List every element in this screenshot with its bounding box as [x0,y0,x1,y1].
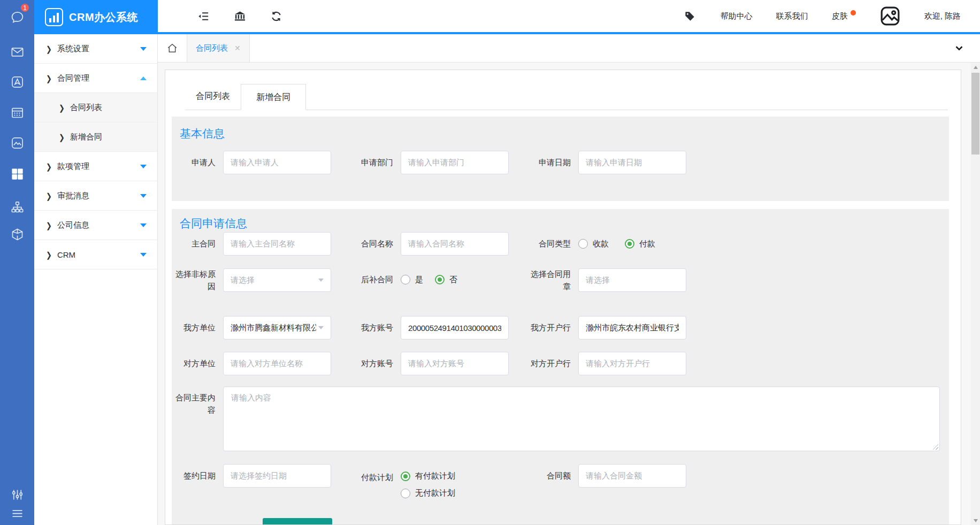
sidebar-item-payment-management[interactable]: ❯ 款项管理 [34,152,157,181]
open-tab-contract-list[interactable]: 合同列表 ✕ [187,34,250,62]
chevron-right-icon: ❯ [46,191,52,200]
icon-rail: 1 [0,0,34,525]
sidebar-item-company-info[interactable]: ❯ 公司信息 [34,211,157,240]
calendar-icon[interactable] [0,102,34,123]
menu-icon[interactable] [0,503,34,524]
radio-no[interactable]: 否 [435,275,457,285]
dept-input[interactable]: 请输入申请部门 [401,151,509,174]
apps-grid-icon[interactable] [0,163,34,184]
open-tab-label: 合同列表 [196,43,228,53]
other-unit-input[interactable]: 请输入对方单位名称 [223,352,331,375]
collapse-menu-icon[interactable] [196,9,210,23]
field-label: 合同主要内容 [172,387,216,416]
radio-receive-payment[interactable]: 收款 [578,239,609,249]
our-unit-select[interactable]: 滁州市腾鑫新材料有限公司 [223,316,331,339]
contact-us-link[interactable]: 联系我们 [776,11,808,21]
placeholder-text: 请输入申请日期 [586,158,679,168]
placeholder-text: 请输入对方开户行 [586,359,679,369]
radio-off-icon [578,239,588,249]
radio-has-payment-plan[interactable]: 有付款计划 [401,471,455,481]
placeholder-text: 请选择 [231,275,316,285]
help-center-link[interactable]: 帮助中心 [721,11,753,21]
sidebar-item-contract-management[interactable]: ❯ 合同管理 [34,64,157,93]
tab-contract-list[interactable]: 合同列表 [185,83,241,110]
other-account-input[interactable]: 请输入对方账号 [401,352,509,375]
sidebar-item-label: 公司信息 [57,220,140,230]
radio-yes[interactable]: 是 [401,275,423,285]
tag-icon[interactable] [683,9,697,23]
chevron-down-icon[interactable] [953,42,965,54]
scroll-up-arrow[interactable] [971,63,980,72]
main-content: 合同列表 新增合同 基本信息 申请人 请输入申请人 申请部门 请输入申请部门 申… [158,63,980,525]
sidebar-item-contract-list[interactable]: ❯ 合同列表 [34,93,157,122]
field-applicant: 申请人 请输入申请人 [172,151,331,174]
home-icon[interactable] [158,34,187,62]
field-contract-content: 合同主要内容 请输入内容 [172,387,940,451]
close-icon[interactable]: ✕ [234,44,241,52]
field-value: 滁州市腾鑫新材料有限公司 [231,323,316,333]
sidebar-item-system-settings[interactable]: ❯ 系统设置 [34,34,157,64]
radio-no-payment-plan[interactable]: 无付款计划 [401,488,455,498]
scroll-down-arrow[interactable] [971,516,980,525]
tab-new-contract[interactable]: 新增合同 [241,84,306,110]
amount-input[interactable]: 请输入合同金额 [578,464,686,488]
refresh-icon[interactable] [269,9,283,23]
field-label: 主合同 [172,237,216,250]
applicant-input[interactable]: 请输入申请人 [223,151,331,174]
placeholder-text: 请输入主合同名称 [231,239,324,249]
contract-seal-input[interactable]: 请选择 [578,268,686,292]
sidebar-item-crm[interactable]: ❯ CRM [34,240,157,269]
contract-content-textarea[interactable]: 请输入内容 [223,387,940,451]
nonstandard-reason-select[interactable]: 请选择 [223,268,331,292]
card-tabs: 合同列表 新增合同 [185,83,948,110]
placeholder-text: 请输入申请人 [231,158,324,168]
skin-label: 皮肤 [832,11,848,21]
field-supplement-contract: 后补合同 是 否 [349,268,457,291]
scrollbar-thumb[interactable] [971,73,979,155]
radio-on-icon [401,472,410,481]
submit-button-peek[interactable] [263,518,332,525]
sidebar-item-approval-messages[interactable]: ❯ 审批消息 [34,181,157,211]
field-label: 后补合同 [349,273,393,285]
sign-date-input[interactable]: 请选择签约日期 [223,464,331,488]
avatar-image-icon[interactable] [879,5,901,27]
our-bank-input[interactable]: 滁州市皖东农村商业银行支行 [578,316,686,339]
field-nonstandard-reason: 选择非标原因 请选择 [172,268,331,293]
field-label: 我方开户行 [527,321,571,334]
mail-icon[interactable] [0,41,34,63]
vertical-scrollbar[interactable] [971,63,980,525]
main-contract-input[interactable]: 请输入主合同名称 [223,232,331,256]
field-label: 申请日期 [527,156,571,168]
radio-make-payment[interactable]: 付款 [625,239,655,249]
cube-icon[interactable] [0,223,34,245]
gallery-icon[interactable] [0,132,34,153]
field-label: 合同额 [527,469,571,482]
field-amount: 合同额 请输入合同金额 [527,464,686,488]
sidebar-item-new-contract[interactable]: ❯ 新增合同 [34,122,157,152]
sidebar-item-label: 审批消息 [57,191,140,201]
field-label: 我方单位 [172,321,216,334]
org-chart-icon[interactable] [0,196,34,218]
field-label: 我方账号 [349,321,393,334]
radio-label: 付款 [639,239,655,249]
bank-icon[interactable] [233,9,247,23]
chat-icon[interactable]: 1 [0,6,34,28]
sliders-icon[interactable] [0,484,34,505]
radio-label: 是 [415,275,423,285]
field-our-account: 我方账号 20000524914010300000034 [349,316,509,339]
radio-label: 有付款计划 [415,471,455,481]
apply-date-input[interactable]: 请输入申请日期 [578,151,686,174]
field-label: 选择非标原因 [172,268,216,293]
contract-submenu: ❯ 合同列表 ❯ 新增合同 [34,93,157,152]
placeholder-text: 请输入合同金额 [586,471,679,481]
other-bank-input[interactable]: 请输入对方开户行 [578,352,686,375]
app-logo[interactable]: CRM办公系统 [34,0,158,34]
radio-on-icon [625,239,634,249]
share-icon[interactable] [0,71,34,92]
resize-grip-icon[interactable] [932,444,938,450]
contract-name-input[interactable]: 请输入合同名称 [401,232,509,256]
welcome-user[interactable]: 欢迎, 陈路 [924,11,961,21]
our-account-input[interactable]: 20000524914010300000034 [401,316,509,339]
caret-down-icon [140,194,147,198]
skin-link[interactable]: 皮肤 [832,11,856,21]
